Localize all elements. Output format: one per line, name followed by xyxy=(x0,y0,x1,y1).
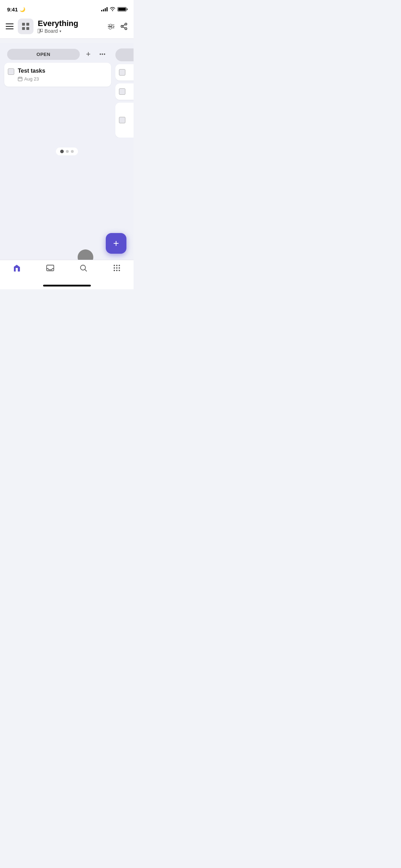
svg-point-18 xyxy=(119,270,120,271)
menu-line xyxy=(6,26,14,27)
task-card[interactable]: Test tasks Aug 23 xyxy=(4,63,111,87)
status-bar: 9:41 🌙 xyxy=(0,0,134,16)
partial-column-header xyxy=(115,48,134,61)
header-left: Everything Board ▾ xyxy=(6,19,78,34)
task-title: Test tasks xyxy=(18,68,106,74)
home-indicator xyxy=(43,285,91,286)
svg-point-11 xyxy=(116,265,118,266)
board-view-icon xyxy=(38,29,43,33)
partial-task-card-1 xyxy=(115,64,134,81)
page-title: Everything xyxy=(38,19,78,28)
tab-apps[interactable] xyxy=(100,264,134,272)
share-button[interactable] xyxy=(120,22,128,30)
status-icons xyxy=(101,7,126,12)
menu-button[interactable] xyxy=(6,24,14,29)
scroll-dot-1 xyxy=(60,150,64,153)
board-columns: OPEN + ••• Test tasks xyxy=(0,43,134,143)
plus-icon: + xyxy=(86,50,91,59)
partial-task-card-3 xyxy=(115,103,134,138)
svg-rect-0 xyxy=(38,29,40,33)
tab-search[interactable] xyxy=(67,264,100,272)
tab-inbox[interactable] xyxy=(33,264,67,272)
svg-point-14 xyxy=(116,267,118,269)
svg-line-6 xyxy=(123,25,125,26)
svg-rect-1 xyxy=(41,29,43,32)
svg-line-5 xyxy=(123,27,125,28)
header-title-group: Everything Board ▾ xyxy=(38,19,78,34)
column-header-open: OPEN + ••• xyxy=(4,48,111,60)
svg-point-9 xyxy=(80,265,85,270)
svg-point-16 xyxy=(114,270,115,271)
drag-handle[interactable] xyxy=(78,249,93,260)
svg-point-12 xyxy=(119,265,120,266)
board-column-partial xyxy=(115,48,134,138)
header-divider xyxy=(0,38,134,39)
scroll-dot-3 xyxy=(71,150,74,153)
partial-checkbox xyxy=(119,88,125,95)
svg-point-10 xyxy=(114,265,115,266)
scroll-indicator xyxy=(0,143,134,160)
task-info: Test tasks Aug 23 xyxy=(18,68,106,82)
board-column-open: OPEN + ••• Test tasks xyxy=(4,48,111,138)
time-display: 9:41 xyxy=(7,6,18,12)
task-date-text: Aug 23 xyxy=(24,76,39,82)
view-selector[interactable]: Board ▾ xyxy=(38,28,78,34)
task-checkbox[interactable] xyxy=(8,68,14,75)
ellipsis-icon: ••• xyxy=(99,51,106,57)
app-icon-button[interactable] xyxy=(18,19,33,34)
svg-point-17 xyxy=(116,270,118,271)
column-more-button[interactable]: ••• xyxy=(97,48,108,60)
menu-line xyxy=(6,29,14,29)
partial-checkbox xyxy=(119,69,125,76)
wifi-icon xyxy=(110,7,115,12)
signal-icon xyxy=(101,7,108,11)
header: Everything Board ▾ xyxy=(0,16,134,38)
column-label: OPEN xyxy=(37,52,51,57)
tab-home[interactable] xyxy=(0,264,33,272)
chevron-down-icon: ▾ xyxy=(59,29,61,33)
filter-button[interactable] xyxy=(108,25,114,29)
moon-icon: 🌙 xyxy=(20,7,25,12)
partial-checkbox xyxy=(119,117,125,123)
column-add-button[interactable]: + xyxy=(83,48,94,60)
view-label: Board xyxy=(45,28,58,34)
fab-plus-icon: + xyxy=(113,238,119,248)
board-area: OPEN + ••• Test tasks xyxy=(0,43,134,260)
battery-icon xyxy=(118,7,126,11)
fab-add-button[interactable]: + xyxy=(106,233,126,254)
header-right xyxy=(108,22,128,30)
column-title-open[interactable]: OPEN xyxy=(7,49,80,60)
scroll-dot-2 xyxy=(66,150,69,153)
menu-line xyxy=(6,24,14,24)
inbox-icon xyxy=(46,264,54,272)
apps-icon xyxy=(113,264,121,272)
partial-task-card-2 xyxy=(115,83,134,100)
grid-icon xyxy=(22,23,29,30)
task-date: Aug 23 xyxy=(18,76,106,82)
home-icon xyxy=(12,264,21,272)
search-icon xyxy=(79,264,88,272)
calendar-icon xyxy=(18,77,22,81)
scroll-dots xyxy=(56,148,78,155)
svg-rect-7 xyxy=(18,77,22,81)
svg-point-15 xyxy=(119,267,120,269)
svg-point-13 xyxy=(114,267,115,269)
status-time: 9:41 🌙 xyxy=(7,6,25,12)
